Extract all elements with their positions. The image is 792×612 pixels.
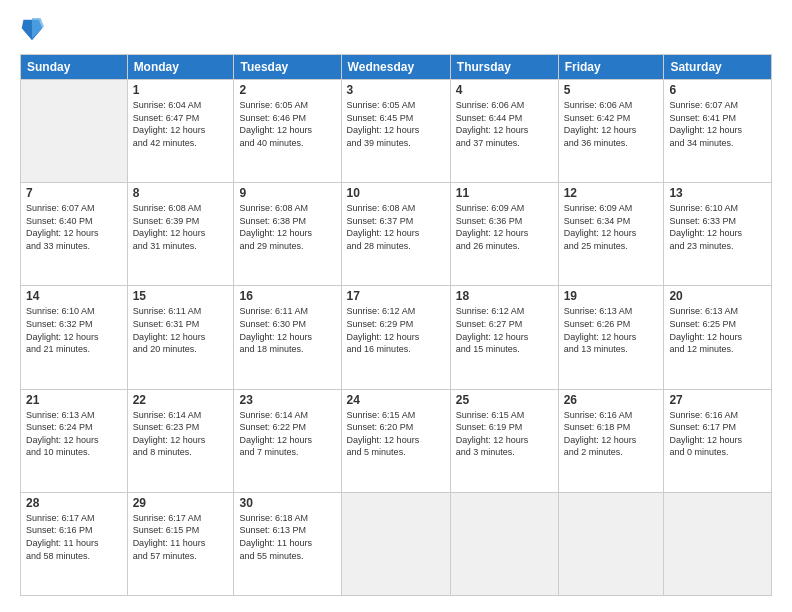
day-number: 14 (26, 289, 122, 303)
day-info: Sunrise: 6:06 AM Sunset: 6:42 PM Dayligh… (564, 99, 659, 149)
day-number: 20 (669, 289, 766, 303)
day-number: 27 (669, 393, 766, 407)
calendar-cell: 12Sunrise: 6:09 AM Sunset: 6:34 PM Dayli… (558, 183, 664, 286)
calendar-cell: 29Sunrise: 6:17 AM Sunset: 6:15 PM Dayli… (127, 492, 234, 595)
day-info: Sunrise: 6:17 AM Sunset: 6:16 PM Dayligh… (26, 512, 122, 562)
day-info: Sunrise: 6:12 AM Sunset: 6:29 PM Dayligh… (347, 305, 445, 355)
day-info: Sunrise: 6:15 AM Sunset: 6:20 PM Dayligh… (347, 409, 445, 459)
day-info: Sunrise: 6:08 AM Sunset: 6:38 PM Dayligh… (239, 202, 335, 252)
day-number: 4 (456, 83, 553, 97)
calendar-cell: 26Sunrise: 6:16 AM Sunset: 6:18 PM Dayli… (558, 389, 664, 492)
col-header-saturday: Saturday (664, 55, 772, 80)
day-info: Sunrise: 6:16 AM Sunset: 6:18 PM Dayligh… (564, 409, 659, 459)
calendar-cell: 22Sunrise: 6:14 AM Sunset: 6:23 PM Dayli… (127, 389, 234, 492)
calendar-cell: 10Sunrise: 6:08 AM Sunset: 6:37 PM Dayli… (341, 183, 450, 286)
calendar-cell: 4Sunrise: 6:06 AM Sunset: 6:44 PM Daylig… (450, 80, 558, 183)
day-info: Sunrise: 6:17 AM Sunset: 6:15 PM Dayligh… (133, 512, 229, 562)
calendar-cell: 8Sunrise: 6:08 AM Sunset: 6:39 PM Daylig… (127, 183, 234, 286)
day-number: 19 (564, 289, 659, 303)
day-number: 10 (347, 186, 445, 200)
day-number: 15 (133, 289, 229, 303)
calendar-cell: 14Sunrise: 6:10 AM Sunset: 6:32 PM Dayli… (21, 286, 128, 389)
day-number: 7 (26, 186, 122, 200)
day-info: Sunrise: 6:04 AM Sunset: 6:47 PM Dayligh… (133, 99, 229, 149)
calendar-cell: 13Sunrise: 6:10 AM Sunset: 6:33 PM Dayli… (664, 183, 772, 286)
day-info: Sunrise: 6:07 AM Sunset: 6:40 PM Dayligh… (26, 202, 122, 252)
logo (20, 16, 48, 44)
calendar-cell: 28Sunrise: 6:17 AM Sunset: 6:16 PM Dayli… (21, 492, 128, 595)
day-number: 3 (347, 83, 445, 97)
day-number: 30 (239, 496, 335, 510)
day-number: 17 (347, 289, 445, 303)
day-number: 23 (239, 393, 335, 407)
day-info: Sunrise: 6:09 AM Sunset: 6:34 PM Dayligh… (564, 202, 659, 252)
day-number: 13 (669, 186, 766, 200)
day-info: Sunrise: 6:10 AM Sunset: 6:32 PM Dayligh… (26, 305, 122, 355)
day-number: 1 (133, 83, 229, 97)
col-header-thursday: Thursday (450, 55, 558, 80)
day-info: Sunrise: 6:13 AM Sunset: 6:24 PM Dayligh… (26, 409, 122, 459)
day-number: 8 (133, 186, 229, 200)
calendar-cell: 25Sunrise: 6:15 AM Sunset: 6:19 PM Dayli… (450, 389, 558, 492)
calendar-cell: 21Sunrise: 6:13 AM Sunset: 6:24 PM Dayli… (21, 389, 128, 492)
calendar-cell: 6Sunrise: 6:07 AM Sunset: 6:41 PM Daylig… (664, 80, 772, 183)
calendar-cell: 24Sunrise: 6:15 AM Sunset: 6:20 PM Dayli… (341, 389, 450, 492)
col-header-sunday: Sunday (21, 55, 128, 80)
calendar-cell: 30Sunrise: 6:18 AM Sunset: 6:13 PM Dayli… (234, 492, 341, 595)
calendar-cell: 17Sunrise: 6:12 AM Sunset: 6:29 PM Dayli… (341, 286, 450, 389)
calendar-cell (558, 492, 664, 595)
calendar-cell (21, 80, 128, 183)
day-number: 12 (564, 186, 659, 200)
day-number: 21 (26, 393, 122, 407)
calendar-cell: 23Sunrise: 6:14 AM Sunset: 6:22 PM Dayli… (234, 389, 341, 492)
col-header-monday: Monday (127, 55, 234, 80)
day-number: 26 (564, 393, 659, 407)
day-info: Sunrise: 6:14 AM Sunset: 6:22 PM Dayligh… (239, 409, 335, 459)
calendar-cell: 5Sunrise: 6:06 AM Sunset: 6:42 PM Daylig… (558, 80, 664, 183)
day-info: Sunrise: 6:13 AM Sunset: 6:26 PM Dayligh… (564, 305, 659, 355)
day-number: 18 (456, 289, 553, 303)
day-info: Sunrise: 6:06 AM Sunset: 6:44 PM Dayligh… (456, 99, 553, 149)
day-number: 22 (133, 393, 229, 407)
day-number: 11 (456, 186, 553, 200)
day-info: Sunrise: 6:05 AM Sunset: 6:46 PM Dayligh… (239, 99, 335, 149)
day-info: Sunrise: 6:13 AM Sunset: 6:25 PM Dayligh… (669, 305, 766, 355)
calendar-header-row: SundayMondayTuesdayWednesdayThursdayFrid… (21, 55, 772, 80)
calendar-cell: 9Sunrise: 6:08 AM Sunset: 6:38 PM Daylig… (234, 183, 341, 286)
calendar-cell: 16Sunrise: 6:11 AM Sunset: 6:30 PM Dayli… (234, 286, 341, 389)
day-number: 9 (239, 186, 335, 200)
svg-marker-1 (32, 18, 44, 39)
calendar-cell: 19Sunrise: 6:13 AM Sunset: 6:26 PM Dayli… (558, 286, 664, 389)
col-header-friday: Friday (558, 55, 664, 80)
day-info: Sunrise: 6:11 AM Sunset: 6:31 PM Dayligh… (133, 305, 229, 355)
day-number: 25 (456, 393, 553, 407)
day-info: Sunrise: 6:12 AM Sunset: 6:27 PM Dayligh… (456, 305, 553, 355)
calendar-cell: 7Sunrise: 6:07 AM Sunset: 6:40 PM Daylig… (21, 183, 128, 286)
calendar-week-0: 1Sunrise: 6:04 AM Sunset: 6:47 PM Daylig… (21, 80, 772, 183)
day-number: 29 (133, 496, 229, 510)
day-info: Sunrise: 6:11 AM Sunset: 6:30 PM Dayligh… (239, 305, 335, 355)
calendar-week-4: 28Sunrise: 6:17 AM Sunset: 6:16 PM Dayli… (21, 492, 772, 595)
logo-icon (20, 16, 44, 44)
day-number: 16 (239, 289, 335, 303)
page-header (20, 16, 772, 44)
day-info: Sunrise: 6:05 AM Sunset: 6:45 PM Dayligh… (347, 99, 445, 149)
calendar-cell (341, 492, 450, 595)
calendar-cell: 2Sunrise: 6:05 AM Sunset: 6:46 PM Daylig… (234, 80, 341, 183)
calendar-cell: 1Sunrise: 6:04 AM Sunset: 6:47 PM Daylig… (127, 80, 234, 183)
day-info: Sunrise: 6:08 AM Sunset: 6:37 PM Dayligh… (347, 202, 445, 252)
calendar-cell: 3Sunrise: 6:05 AM Sunset: 6:45 PM Daylig… (341, 80, 450, 183)
calendar-cell: 11Sunrise: 6:09 AM Sunset: 6:36 PM Dayli… (450, 183, 558, 286)
day-info: Sunrise: 6:09 AM Sunset: 6:36 PM Dayligh… (456, 202, 553, 252)
calendar-cell: 18Sunrise: 6:12 AM Sunset: 6:27 PM Dayli… (450, 286, 558, 389)
day-number: 6 (669, 83, 766, 97)
day-number: 24 (347, 393, 445, 407)
day-info: Sunrise: 6:08 AM Sunset: 6:39 PM Dayligh… (133, 202, 229, 252)
day-info: Sunrise: 6:18 AM Sunset: 6:13 PM Dayligh… (239, 512, 335, 562)
day-number: 2 (239, 83, 335, 97)
day-info: Sunrise: 6:16 AM Sunset: 6:17 PM Dayligh… (669, 409, 766, 459)
day-number: 5 (564, 83, 659, 97)
calendar-cell (450, 492, 558, 595)
calendar-table: SundayMondayTuesdayWednesdayThursdayFrid… (20, 54, 772, 596)
calendar-cell: 27Sunrise: 6:16 AM Sunset: 6:17 PM Dayli… (664, 389, 772, 492)
